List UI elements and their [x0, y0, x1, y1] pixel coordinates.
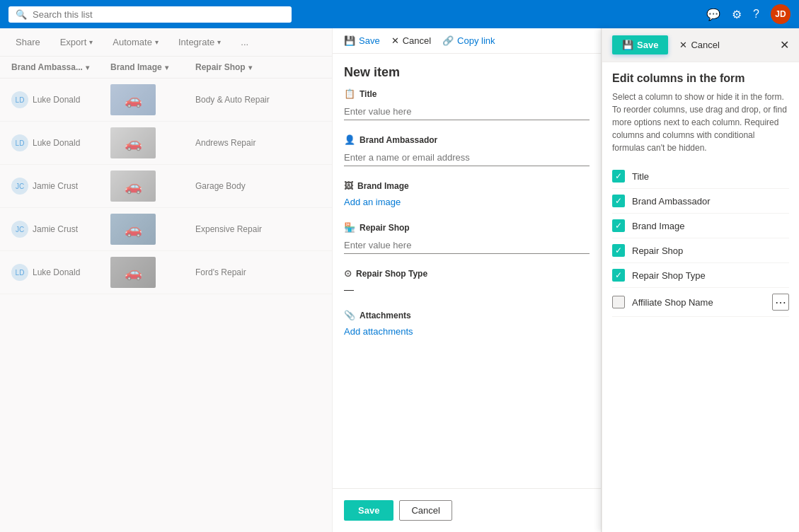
top-bar-icons: 💬 ⚙ ? JD: [706, 4, 791, 24]
field-label-brand-image: 🖼 Brand Image: [344, 180, 590, 191]
edit-cancel-button[interactable]: ✕ Cancel: [674, 35, 725, 54]
choice-icon: ⊙: [344, 268, 352, 279]
form-save-button-bottom[interactable]: Save: [344, 500, 393, 521]
ambassador-name: Luke Donald: [33, 95, 80, 105]
form-body: 📋 Title 👤 Brand Ambassador 🖼 Brand Image: [333, 88, 601, 488]
edit-panel: 💾 Save ✕ Cancel ✕ Edit columns in the fo…: [602, 28, 799, 532]
help-icon[interactable]: ?: [753, 8, 759, 21]
col-header-repair-shop[interactable]: Repair Shop ▾: [195, 62, 280, 72]
edit-panel-description: Select a column to show or hide it in th…: [602, 91, 799, 164]
form-field-brand-ambassador: 👤 Brand Ambassador: [344, 134, 590, 166]
person-icon: 👤: [344, 134, 355, 145]
avatar: LD: [11, 134, 28, 151]
search-input[interactable]: [33, 9, 284, 20]
repair-shop-value: Expensive Repair: [195, 224, 280, 234]
column-checkbox-affiliate-shop-name[interactable]: [612, 296, 625, 308]
column-menu-button[interactable]: ⋯: [772, 294, 789, 311]
brand-image-thumb: [110, 257, 156, 288]
repair-shop-value: Garage Body: [195, 181, 280, 191]
avatar: JC: [11, 221, 28, 238]
brand-image-thumb: [110, 84, 156, 115]
attachment-icon: 📎: [344, 310, 355, 320]
table-row[interactable]: LD Luke Donald Body & Auto Repair: [0, 79, 332, 122]
table-row[interactable]: LD Luke Donald Andrews Repair: [0, 122, 332, 165]
avatar[interactable]: JD: [771, 4, 791, 24]
column-name-affiliate-shop-name: Affiliate Shop Name: [632, 297, 765, 308]
form-footer: Save Cancel: [333, 488, 601, 532]
repair-shop-input[interactable]: [344, 237, 590, 254]
brand-image-thumb: [110, 170, 156, 202]
form-title: New item: [333, 54, 601, 88]
col-sort-icon: ▾: [165, 64, 168, 71]
column-checkbox-brand-ambassador[interactable]: ✓: [612, 195, 625, 207]
col-header-brand-ambassador[interactable]: Brand Ambassa... ▾: [11, 62, 110, 72]
avatar: JC: [11, 178, 28, 195]
column-name-brand-image: Brand Image: [632, 221, 789, 231]
column-checkbox-title[interactable]: ✓: [612, 170, 625, 183]
column-headers: Brand Ambassa... ▾ Brand Image ▾ Repair …: [0, 57, 332, 79]
title-input[interactable]: [344, 103, 590, 120]
form-panel: 💾 Save ✕ Cancel 🔗 Copy link New item 📋 T…: [333, 28, 602, 532]
save-icon: 💾: [344, 35, 355, 46]
brand-image-thumb: [110, 127, 156, 158]
column-checkbox-brand-image[interactable]: ✓: [612, 219, 625, 232]
brand-ambassador-input[interactable]: [344, 149, 590, 166]
list-toolbar: Share Export ▾ Automate ▾ Integrate ▾ ..…: [0, 28, 332, 57]
form-cancel-button[interactable]: ✕ Cancel: [391, 35, 431, 46]
cancel-x-icon: ✕: [391, 35, 399, 46]
add-attachments-link[interactable]: Add attachments: [344, 326, 413, 337]
avatar: LD: [11, 264, 28, 281]
form-field-repair-shop-type: ⊙ Repair Shop Type —: [344, 268, 590, 296]
col-sort-icon: ▾: [86, 64, 89, 71]
ambassador-name: Jamie Crust: [33, 181, 78, 191]
settings-icon[interactable]: ⚙: [732, 8, 742, 21]
link-icon: 🔗: [442, 35, 454, 46]
list-item: ✓ Repair Shop: [612, 238, 789, 263]
column-name-repair-shop-type: Repair Shop Type: [632, 270, 789, 281]
list-item: ✓ Brand Ambassador: [612, 189, 789, 214]
add-image-link[interactable]: Add an image: [344, 197, 401, 207]
main-area: Share Export ▾ Automate ▾ Integrate ▾ ..…: [0, 28, 799, 532]
form-save-button[interactable]: 💾 Save: [344, 35, 380, 46]
search-icon: 🔍: [16, 9, 27, 20]
repair-shop-value: Andrews Repair: [195, 138, 280, 148]
chat-icon[interactable]: 💬: [706, 8, 720, 21]
table-row[interactable]: JC Jamie Crust Expensive Repair: [0, 208, 332, 251]
column-list: ✓ Title ✓ Brand Ambassador ✓ Brand Image…: [602, 164, 799, 532]
automate-chevron-icon: ▾: [155, 38, 159, 46]
table-row[interactable]: JC Jamie Crust Garage Body: [0, 165, 332, 208]
integrate-button[interactable]: Integrate ▾: [174, 34, 225, 50]
title-field-icon: 📋: [344, 88, 355, 99]
column-checkbox-repair-shop-type[interactable]: ✓: [612, 269, 625, 282]
edit-save-button[interactable]: 💾 Save: [612, 35, 668, 54]
form-field-brand-image: 🖼 Brand Image Add an image: [344, 180, 590, 208]
more-button[interactable]: ...: [236, 34, 253, 50]
field-label-repair-shop-type: ⊙ Repair Shop Type: [344, 268, 590, 279]
list-item: Affiliate Shop Name ⋯: [612, 288, 789, 317]
col-header-brand-image[interactable]: Brand Image ▾: [110, 62, 195, 72]
edit-close-button[interactable]: ✕: [780, 38, 789, 52]
list-rows: LD Luke Donald Body & Auto Repair LD Luk…: [0, 79, 332, 532]
column-name-brand-ambassador: Brand Ambassador: [632, 196, 789, 207]
repair-shop-value: Ford's Repair: [195, 267, 280, 277]
form-field-repair-shop: 🏪 Repair Shop: [344, 222, 590, 254]
repair-shop-type-value: —: [344, 284, 354, 295]
column-checkbox-repair-shop[interactable]: ✓: [612, 244, 625, 257]
export-button[interactable]: Export ▾: [56, 34, 98, 50]
table-row[interactable]: LD Luke Donald Ford's Repair: [0, 251, 332, 294]
ambassador-name: Luke Donald: [33, 267, 80, 277]
list-item: ✓ Brand Image: [612, 214, 789, 238]
form-toolbar: 💾 Save ✕ Cancel 🔗 Copy link: [333, 28, 601, 54]
field-label-title: 📋 Title: [344, 88, 590, 99]
list-item: ✓ Title: [612, 164, 789, 189]
search-box[interactable]: 🔍: [8, 6, 292, 23]
shop-icon: 🏪: [344, 222, 355, 233]
automate-button[interactable]: Automate ▾: [108, 34, 163, 50]
ambassador-name: Jamie Crust: [33, 224, 78, 234]
share-button[interactable]: Share: [11, 34, 45, 50]
form-cancel-button-bottom[interactable]: Cancel: [399, 500, 452, 521]
image-field-icon: 🖼: [344, 180, 353, 191]
column-name-title: Title: [632, 171, 789, 182]
form-copy-link-button[interactable]: 🔗 Copy link: [442, 35, 495, 46]
field-label-repair-shop: 🏪 Repair Shop: [344, 222, 590, 233]
